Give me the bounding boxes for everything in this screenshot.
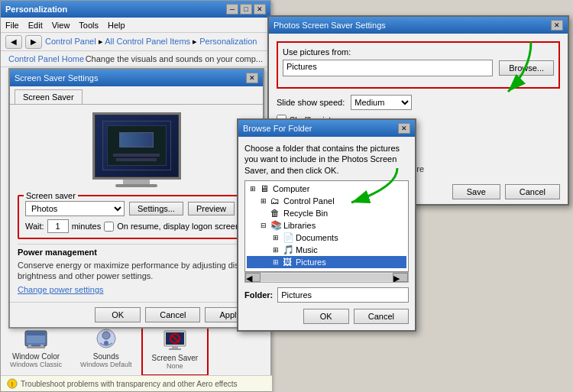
svg-rect-13 (172, 346, 178, 348)
folder-name-row: Folder: (244, 287, 409, 303)
ss-settings-button[interactable]: Settings... (129, 202, 183, 215)
ss-ok-button[interactable]: OK (95, 307, 141, 322)
slide-speed-row: Slide show speed: Medium Slow Fast (277, 95, 560, 110)
window-color-icon-item[interactable]: Window Color Windows Classic (1, 322, 71, 376)
photos-save-button[interactable]: Save (452, 184, 500, 199)
svg-point-8 (104, 341, 108, 345)
browse-dialog-title: Browse For Folder (243, 124, 312, 133)
wait-input[interactable] (47, 219, 69, 233)
folder-tree[interactable]: ⊞ 🖥 Computer ⊞ 🗂 Control Panel 🗑 Recycle… (244, 180, 409, 272)
minimize-button[interactable]: ─ (226, 4, 238, 15)
tree-item-pictures[interactable]: ⊞ 🖼 Pictures (247, 256, 406, 268)
ss-window-title: Screen Saver Settings (15, 73, 98, 83)
expander-computer: ⊞ (248, 185, 257, 193)
menu-tools[interactable]: Tools (79, 21, 99, 30)
main-window: Personalization ─ □ ✕ File Edit View Too… (0, 0, 271, 392)
sounds-icon-item[interactable]: Sounds Windows Default (71, 322, 141, 376)
wait-unit: minutes (72, 222, 102, 231)
tree-item-documents[interactable]: ⊞ 📄 Documents (247, 232, 406, 244)
menu-file[interactable]: File (5, 21, 19, 30)
main-title-bar: Personalization ─ □ ✕ (1, 1, 270, 18)
tree-label-control-panel: Control Panel (283, 196, 335, 206)
ss-bottom-buttons: OK Cancel Apply (10, 302, 263, 327)
libraries-icon: 📚 (270, 220, 281, 231)
tree-item-computer[interactable]: ⊞ 🖥 Computer (247, 183, 406, 195)
resume-label: On resume, display logon screen (117, 222, 240, 231)
expander-recycle-bin (259, 209, 268, 217)
tree-item-control-panel[interactable]: ⊞ 🗂 Control Panel (247, 195, 406, 207)
computer-icon: 🖥 (260, 183, 270, 194)
svg-rect-3 (28, 345, 31, 347)
use-pictures-label: Use pictures from: (283, 47, 554, 57)
troubleshoot-bar: ! Troubleshoot problems with transparenc… (1, 375, 272, 391)
wait-row: Wait: minutes On resume, display logon s… (25, 219, 248, 233)
browse-button[interactable]: Browse... (499, 60, 554, 76)
window-color-sublabel: Windows Classic (10, 361, 62, 368)
ss-preview-button[interactable]: Preview (188, 202, 235, 215)
photos-dialog-title: Photos Screen Saver Settings (274, 21, 386, 30)
ss-group-label: Screen saver (24, 191, 78, 200)
browse-close-button[interactable]: ✕ (398, 123, 410, 134)
control-panel-home-link[interactable]: Control Panel Home (8, 54, 84, 63)
power-text: Conserve energy or maximize performance … (18, 260, 255, 282)
breadcrumb-personalization[interactable]: Personalization (199, 37, 257, 46)
close-button[interactable]: ✕ (254, 4, 266, 15)
tree-label-music: Music (296, 245, 318, 254)
bottom-icons: Window Color Windows Classic Sounds Wind… (1, 322, 272, 376)
photos-close-button[interactable]: ✕ (551, 20, 563, 31)
screen-saver-icon-item[interactable]: Screen Saver None (141, 322, 209, 376)
menu-help[interactable]: Help (108, 21, 125, 30)
photos-title-bar: Photos Screen Saver Settings ✕ (269, 17, 568, 34)
photos-cancel-button[interactable]: Cancel (505, 184, 560, 199)
browse-cancel-button[interactable]: Cancel (354, 309, 409, 324)
expander-music: ⊞ (271, 246, 280, 254)
ss-cancel-button[interactable]: Cancel (145, 307, 200, 322)
scroll-right-btn[interactable]: ▶ (393, 273, 408, 282)
documents-icon: 📄 (283, 232, 293, 243)
power-title: Power management (18, 248, 255, 257)
browse-ok-button[interactable]: OK (303, 309, 349, 324)
slide-speed-label: Slide show speed: (277, 98, 345, 107)
tree-item-music[interactable]: ⊞ 🎵 Music (247, 244, 406, 256)
svg-point-7 (102, 332, 110, 339)
ss-close-button[interactable]: ✕ (246, 73, 258, 83)
tree-item-recycle-bin[interactable]: 🗑 Recycle Bin (247, 207, 406, 219)
ss-title-bar: Screen Saver Settings ✕ (10, 70, 263, 86)
tree-item-libraries[interactable]: ⊟ 📚 Libraries (247, 219, 406, 232)
menu-bar: File Edit View Tools Help (1, 18, 270, 33)
menu-edit[interactable]: Edit (28, 21, 43, 30)
browse-action-buttons: OK Cancel (244, 309, 409, 324)
change-power-settings-link[interactable]: Change power settings (18, 285, 104, 294)
expander-control-panel: ⊞ (259, 197, 268, 205)
scroll-left-btn[interactable]: ◀ (245, 273, 261, 282)
breadcrumb-control-panel[interactable]: Control Panel (45, 37, 96, 46)
breadcrumb-all-items[interactable]: All Control Panel Items (105, 37, 190, 46)
browse-title-bar: Browse For Folder ✕ (238, 120, 415, 137)
folder-label: Folder: (244, 290, 273, 300)
forward-button[interactable]: ▶ (25, 35, 42, 49)
control-panel-icon: 🗂 (270, 196, 281, 206)
ss-tab-screen-saver[interactable]: Screen Saver (15, 89, 83, 104)
scroll-track (261, 274, 393, 281)
tree-label-documents: Documents (296, 233, 338, 242)
svg-rect-5 (27, 347, 45, 348)
ss-tab-bar: Screen Saver (10, 86, 263, 105)
svg-text:!: ! (11, 381, 13, 388)
menu-view[interactable]: View (52, 21, 70, 30)
monitor-frame (92, 112, 181, 180)
back-button[interactable]: ◀ (5, 35, 22, 49)
screen-saver-label: Screen Saver (152, 354, 199, 362)
photos-path-box[interactable]: Pictures (283, 60, 493, 76)
svg-rect-2 (27, 332, 45, 335)
maximize-button[interactable]: □ (240, 4, 252, 15)
slide-speed-select[interactable]: Medium Slow Fast (351, 95, 412, 110)
main-window-title: Personalization (5, 5, 67, 14)
breadcrumb: Control Panel ▸ All Control Panel Items … (45, 37, 257, 47)
address-bar: ◀ ▶ Control Panel ▸ All Control Panel It… (1, 33, 270, 51)
ss-dropdown[interactable]: Photos (25, 201, 125, 216)
folder-input[interactable] (277, 287, 409, 303)
logon-checkbox[interactable] (104, 222, 114, 232)
horizontal-scrollbar[interactable]: ◀ ▶ (244, 272, 409, 283)
screen-saver-sublabel: None (167, 362, 183, 370)
ss-controls: Screen saver Photos Settings... Preview … (10, 195, 263, 302)
